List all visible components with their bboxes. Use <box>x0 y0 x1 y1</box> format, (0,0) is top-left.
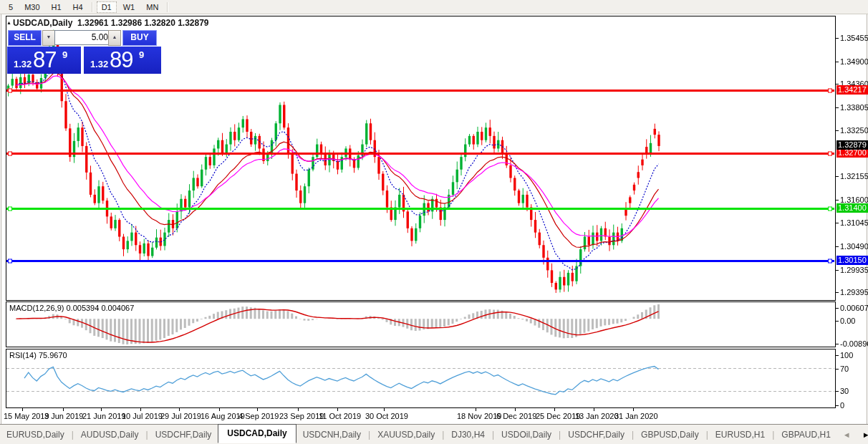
volume-increase-button[interactable]: ▲ <box>108 30 121 46</box>
tab-audusd-daily[interactable]: AUDUSD,Daily <box>74 427 145 443</box>
rsi-axis-label: 0 <box>840 401 844 410</box>
volume-decrease-button[interactable]: ▼ <box>42 30 55 46</box>
price-axis-label: 1.30490 <box>840 242 868 251</box>
buy-price-big: 89 <box>110 47 132 73</box>
tab-xauusd-daily[interactable]: XAUUSD,Daily <box>371 427 441 443</box>
buy-price-display[interactable]: 1.32 89 9 <box>84 47 161 74</box>
date-axis-label: 21 Jun 2019 <box>82 412 126 420</box>
chart-tab-bar: EURUSD,Daily|AUDUSD,Daily|USDCHF,DailyUS… <box>0 424 868 444</box>
tab-scroll-left-icon[interactable]: ◄ <box>837 430 857 439</box>
rsi-axis-label: 30 <box>840 387 849 395</box>
hline-price-chip: 1.34217 <box>836 85 868 95</box>
date-axis-label: 15 May 2019 <box>4 412 49 420</box>
date-axis-label: 13 Jan 2020 <box>575 412 619 420</box>
macd-indicator-label: MACD(12,26,9) 0.005394 0.004067 <box>9 304 134 312</box>
tab-gbpusd-daily[interactable]: GBPUSD,Daily <box>635 427 705 443</box>
tab-scroll-right-icon[interactable]: ► <box>857 430 868 439</box>
toolbar-separator <box>92 2 93 12</box>
macd-axis-label: 0.006078 <box>840 304 868 312</box>
sell-price-big: 87 <box>33 47 56 73</box>
date-axis-label: 31 Jan 2020 <box>614 412 658 420</box>
price-axis-label: 1.35455 <box>840 34 868 42</box>
price-axis-label: 1.32155 <box>840 172 868 180</box>
timeframe-button-mn[interactable]: MN <box>141 1 163 13</box>
date-axis-label: 30 Oct 2019 <box>365 412 408 420</box>
tab-usdchf-daily[interactable]: USDCHF,Daily <box>149 427 218 443</box>
tab-usdchf-daily[interactable]: USDCHF,Daily <box>561 427 631 443</box>
chart-symbol-label: USDCAD,Daily <box>13 18 72 28</box>
timeframe-button-5[interactable]: 5 <box>4 1 18 13</box>
buy-price-prefix: 1.32 <box>90 59 108 69</box>
one-click-trading-panel: SELL ▼ 5.00 ▲ BUY 1.32 87 9 1.32 89 9 <box>7 30 161 74</box>
tab-usdoil-daily[interactable]: USDOil,Daily <box>495 427 558 443</box>
buy-price-sup: 9 <box>139 49 144 60</box>
date-axis-label: 29 Jul 2019 <box>160 412 201 420</box>
current-price-chip: 1.32879 <box>836 140 868 150</box>
date-axis-label: 23 Sep 2019 <box>279 412 324 420</box>
tab-usdcad-daily[interactable]: USDCAD,Daily <box>218 424 296 443</box>
hline-price-chip: 1.30150 <box>836 256 868 265</box>
macd-axis-label: 0.00 <box>840 317 855 325</box>
toolbar-separator <box>167 2 168 12</box>
timeframe-button-w1[interactable]: W1 <box>118 1 140 13</box>
date-axis-label: 11 Oct 2019 <box>319 412 361 420</box>
chart-title: USDCAD,Daily 1.32961 1.32986 1.32820 1.3… <box>13 18 209 28</box>
sell-price-prefix: 1.32 <box>14 59 32 69</box>
collapse-chart-icon[interactable]: ▲ <box>6 20 11 25</box>
terminal-window: 5M30H1H4D1W1MN ▲ USDCAD,Daily 1.32961 1.… <box>0 0 868 444</box>
tab-eurusd-h1[interactable]: EURUSD,H1 <box>709 427 771 443</box>
date-axis-label: 4 Sep 2019 <box>238 412 279 420</box>
tab-dj30-h4[interactable]: DJ30,H4 <box>445 427 491 443</box>
price-axis-label: 1.33805 <box>840 103 868 112</box>
timeframe-button-m30[interactable]: M30 <box>19 1 44 13</box>
tab-gbpaud-h1[interactable]: GBPAUD,H1 <box>775 427 836 443</box>
date-axis-label: 10 Jul 2019 <box>122 412 163 420</box>
date-axis-label: 18 Nov 2019 <box>457 412 501 420</box>
macd-axis-label: -0.008965 <box>840 339 868 348</box>
timeframe-button-d1[interactable]: D1 <box>97 1 117 13</box>
date-axis-label: 3 Jun 2019 <box>44 412 83 420</box>
price-axis-label: 1.34900 <box>840 57 868 66</box>
volume-input[interactable]: 5.00 <box>54 30 113 45</box>
timeframe-toolbar: 5M30H1H4D1W1MN <box>0 0 868 14</box>
rsi-axis-label: 70 <box>840 365 849 373</box>
hline-price-chip: 1.31400 <box>836 203 868 213</box>
buy-button[interactable]: BUY <box>122 30 157 46</box>
rsi-indicator-label: RSI(14) 75.9670 <box>9 351 67 359</box>
sell-button[interactable]: SELL <box>8 30 42 46</box>
timeframe-button-h4[interactable]: H4 <box>68 1 88 13</box>
sell-price-display[interactable]: 1.32 87 9 <box>7 47 81 74</box>
rsi-axis-label: 100 <box>840 351 853 359</box>
date-axis-label: 6 Dec 2019 <box>496 412 536 420</box>
timeframe-button-h1[interactable]: H1 <box>47 1 67 13</box>
sell-price-sup: 9 <box>62 49 67 60</box>
tab-usdcnh-daily[interactable]: USDCNH,Daily <box>296 427 367 443</box>
price-axis-label: 1.29935 <box>840 266 868 274</box>
date-axis-label: 25 Dec 2019 <box>536 412 580 420</box>
tab-eurusd-daily[interactable]: EURUSD,Daily <box>0 427 71 443</box>
hline-price-chip: 1.32700 <box>836 148 868 158</box>
chart-ohlc-values: 1.32961 1.32986 1.32820 1.32879 <box>77 18 209 28</box>
price-axis-label: 1.29395 <box>840 288 868 296</box>
price-axis-label: 1.33250 <box>840 126 868 135</box>
price-axis-label: 1.31045 <box>840 218 868 227</box>
